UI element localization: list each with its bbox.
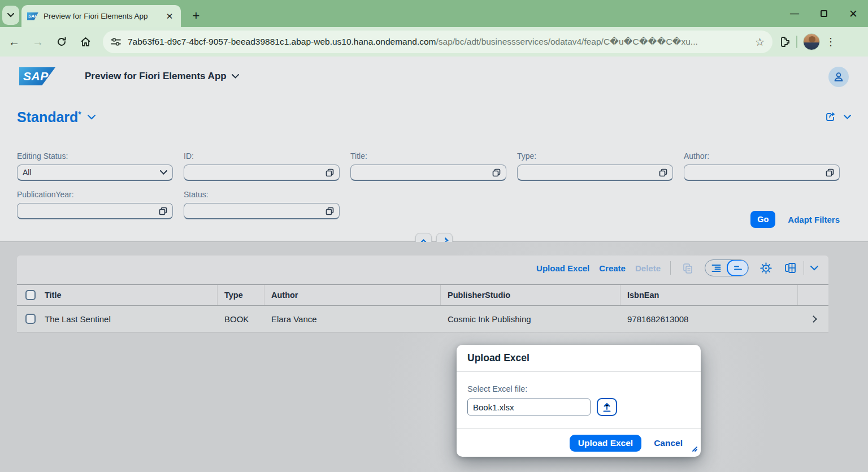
filter-field-author: Author: xyxy=(684,151,840,181)
browser-profile-avatar[interactable] xyxy=(803,33,820,50)
value-help-icon[interactable] xyxy=(826,168,834,177)
cell-type: BOOK xyxy=(218,314,264,324)
chevron-down-icon xyxy=(7,13,14,18)
window-minimize-button[interactable]: — xyxy=(780,0,809,27)
file-select-label: Select Excel file: xyxy=(467,384,690,393)
status-input[interactable] xyxy=(184,203,340,219)
site-info-icon[interactable] xyxy=(111,37,121,46)
back-button[interactable]: ← xyxy=(5,32,24,51)
person-icon xyxy=(833,71,844,83)
browser-toolbar: ← → 7ab63f61-d9c7-4bcf-9057-beead39881c1… xyxy=(0,27,868,57)
dialog-cancel-button[interactable]: Cancel xyxy=(654,438,683,448)
reload-button[interactable] xyxy=(52,32,71,51)
tab-favicon-sap: SAP xyxy=(27,12,38,20)
browse-file-button[interactable] xyxy=(597,398,617,416)
url-text: 7ab63f61-d9c7-4bcf-9057-beead39881c1.aba… xyxy=(128,37,698,47)
go-button[interactable]: Go xyxy=(750,211,775,228)
maximize-icon xyxy=(821,10,827,17)
column-header-author[interactable]: Author xyxy=(264,285,441,305)
url-bar[interactable]: 7ab63f61-d9c7-4bcf-9057-beead39881c1.aba… xyxy=(103,31,772,53)
filter-bar: Editing Status: All ID: Title: Type: xyxy=(17,151,840,219)
variant-management-row: Standard* xyxy=(17,105,851,129)
user-avatar-button[interactable] xyxy=(828,67,849,87)
row-select-cell xyxy=(17,314,44,324)
cell-author: Elara Vance xyxy=(264,314,441,324)
window-maximize-button[interactable] xyxy=(809,0,839,27)
table-toolbar: Upload Excel Create Delete xyxy=(17,256,828,280)
tab-search-button[interactable] xyxy=(2,6,19,25)
select-all-cell xyxy=(17,285,44,305)
paste-button[interactable] xyxy=(680,261,695,275)
browser-tab[interactable]: SAP Preview for Fiori Elements App ✕ xyxy=(21,5,181,27)
new-tab-button[interactable]: + xyxy=(188,7,205,24)
title-input[interactable] xyxy=(350,164,506,181)
export-spreadsheet-button[interactable] xyxy=(783,261,797,275)
dialog-body: Select Excel file: xyxy=(457,372,701,416)
column-header-publisherstudio[interactable]: PublisherStudio xyxy=(441,285,620,305)
tab-title: Preview for Fiori Elements App xyxy=(44,12,159,20)
browser-menu-icon[interactable]: ⋮ xyxy=(826,36,836,48)
hide-details-button[interactable] xyxy=(727,259,749,276)
author-input[interactable] xyxy=(684,164,840,181)
type-input[interactable] xyxy=(517,164,673,181)
dialog-title: Upload Excel xyxy=(467,352,530,364)
create-button[interactable]: Create xyxy=(599,263,626,273)
share-menu-chevron-icon[interactable] xyxy=(844,115,851,119)
delete-button[interactable]: Delete xyxy=(635,263,661,273)
select-all-checkbox[interactable] xyxy=(25,290,36,300)
cell-title: The Last Sentinel xyxy=(44,314,218,324)
value-help-icon[interactable] xyxy=(326,207,334,215)
share-icon[interactable] xyxy=(825,111,837,123)
cell-isbnean: 9781682613008 xyxy=(620,314,798,324)
value-help-icon[interactable] xyxy=(492,168,501,177)
forward-button[interactable]: → xyxy=(28,32,47,51)
tab-close-icon[interactable]: ✕ xyxy=(164,11,175,22)
chevron-down-icon xyxy=(232,74,239,79)
file-name-input[interactable] xyxy=(467,399,591,415)
filter-field-id: ID: xyxy=(184,151,340,181)
sap-logo[interactable]: SAP xyxy=(19,67,55,85)
row-navigation-cell[interactable] xyxy=(798,317,828,322)
upload-arrow-icon xyxy=(602,402,611,412)
window-close-button[interactable]: ✕ xyxy=(839,0,868,27)
bookmark-star-icon[interactable]: ☆ xyxy=(755,36,765,49)
value-help-icon[interactable] xyxy=(659,168,667,177)
value-help-icon[interactable] xyxy=(326,168,334,177)
publication-year-input[interactable] xyxy=(17,203,173,219)
table-header-row: Title Type Author PublisherStudio IsbnEa… xyxy=(17,284,828,305)
editing-status-select[interactable]: All xyxy=(17,164,173,181)
variant-chevron-icon[interactable] xyxy=(88,115,96,120)
table-settings-button[interactable] xyxy=(758,261,773,275)
show-details-button[interactable] xyxy=(705,260,727,276)
variant-dirty-marker: * xyxy=(78,109,81,118)
reload-icon xyxy=(57,37,67,47)
dialog-upload-button[interactable]: Upload Excel xyxy=(570,435,641,452)
column-header-title[interactable]: Title xyxy=(44,285,218,305)
paste-icon xyxy=(683,263,693,274)
column-header-nav xyxy=(798,285,828,305)
table-row[interactable]: The Last Sentinel BOOK Elara Vance Cosmi… xyxy=(17,305,828,332)
detail-less-icon xyxy=(733,265,743,271)
toolbar-separator xyxy=(670,261,671,275)
column-header-isbnean[interactable]: IsbnEan xyxy=(620,285,798,305)
toolbar-separator xyxy=(804,261,804,275)
gear-icon xyxy=(760,262,772,274)
row-checkbox[interactable] xyxy=(25,314,36,324)
browser-tabstrip: SAP Preview for Fiori Elements App ✕ + —… xyxy=(0,0,868,27)
id-input[interactable] xyxy=(184,164,340,181)
app-title-menu[interactable]: Preview for Fiori Elements App xyxy=(85,71,239,82)
dialog-header[interactable]: Upload Excel xyxy=(457,345,701,372)
fiori-app: SAP Preview for Fiori Elements App Stand… xyxy=(0,57,868,472)
export-spreadsheet-icon xyxy=(784,262,796,274)
column-header-type[interactable]: Type xyxy=(218,285,264,305)
upload-excel-button[interactable]: Upload Excel xyxy=(536,263,589,273)
home-button[interactable] xyxy=(76,32,95,51)
export-menu-chevron-icon[interactable] xyxy=(810,266,818,271)
value-help-icon[interactable] xyxy=(159,207,167,215)
detail-toggle-group xyxy=(705,259,749,276)
dialog-resize-handle[interactable] xyxy=(691,444,697,454)
adapt-filters-link[interactable]: Adapt Filters xyxy=(788,215,840,224)
variant-title[interactable]: Standard* xyxy=(17,109,81,125)
extensions-icon[interactable] xyxy=(779,36,791,47)
upload-excel-dialog: Upload Excel Select Excel file: Upload E… xyxy=(457,345,701,457)
